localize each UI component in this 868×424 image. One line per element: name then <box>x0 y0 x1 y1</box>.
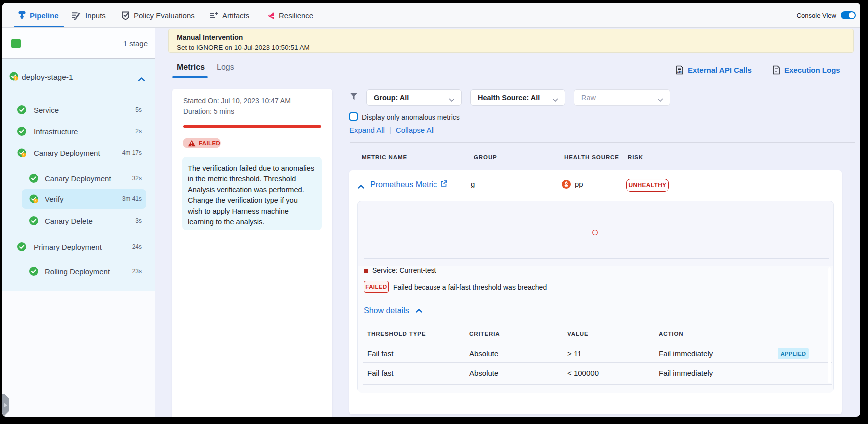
svg-text:API: API <box>677 71 682 74</box>
